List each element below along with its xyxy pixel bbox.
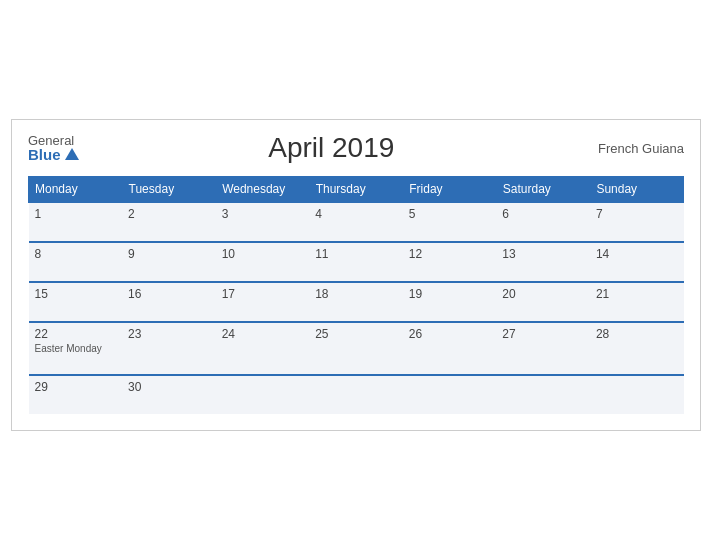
event-label: Easter Monday bbox=[35, 343, 117, 354]
calendar-cell: 8 bbox=[29, 242, 123, 282]
calendar-container: General Blue April 2019 French Guiana Mo… bbox=[11, 119, 701, 431]
day-number: 3 bbox=[222, 207, 304, 221]
calendar-cell bbox=[496, 375, 590, 414]
day-number: 24 bbox=[222, 327, 304, 341]
calendar-cell: 30 bbox=[122, 375, 216, 414]
calendar-cell: 23 bbox=[122, 322, 216, 375]
logo-triangle-icon bbox=[65, 148, 79, 160]
day-number: 2 bbox=[128, 207, 210, 221]
calendar-cell: 11 bbox=[309, 242, 403, 282]
day-number: 27 bbox=[502, 327, 584, 341]
calendar-cell: 9 bbox=[122, 242, 216, 282]
calendar-cell: 14 bbox=[590, 242, 684, 282]
weekday-header: Monday bbox=[29, 177, 123, 203]
calendar-cell: 7 bbox=[590, 202, 684, 242]
day-number: 6 bbox=[502, 207, 584, 221]
weekday-header: Wednesday bbox=[216, 177, 310, 203]
day-number: 16 bbox=[128, 287, 210, 301]
day-number: 18 bbox=[315, 287, 397, 301]
calendar-week-row: 891011121314 bbox=[29, 242, 684, 282]
region-label: French Guiana bbox=[584, 141, 684, 156]
calendar-cell: 3 bbox=[216, 202, 310, 242]
calendar-cell: 24 bbox=[216, 322, 310, 375]
calendar-week-row: 22Easter Monday232425262728 bbox=[29, 322, 684, 375]
day-number: 10 bbox=[222, 247, 304, 261]
calendar-cell: 10 bbox=[216, 242, 310, 282]
day-number: 23 bbox=[128, 327, 210, 341]
weekday-row: MondayTuesdayWednesdayThursdayFridaySatu… bbox=[29, 177, 684, 203]
calendar-cell: 2 bbox=[122, 202, 216, 242]
calendar-week-row: 15161718192021 bbox=[29, 282, 684, 322]
day-number: 4 bbox=[315, 207, 397, 221]
day-number: 30 bbox=[128, 380, 210, 394]
day-number: 28 bbox=[596, 327, 678, 341]
calendar-cell: 4 bbox=[309, 202, 403, 242]
calendar-cell: 19 bbox=[403, 282, 497, 322]
calendar-cell: 12 bbox=[403, 242, 497, 282]
calendar-cell: 29 bbox=[29, 375, 123, 414]
day-number: 1 bbox=[35, 207, 117, 221]
day-number: 20 bbox=[502, 287, 584, 301]
calendar-cell: 1 bbox=[29, 202, 123, 242]
day-number: 17 bbox=[222, 287, 304, 301]
calendar-cell bbox=[216, 375, 310, 414]
calendar-title: April 2019 bbox=[79, 132, 584, 164]
calendar-body: 12345678910111213141516171819202122Easte… bbox=[29, 202, 684, 414]
day-number: 8 bbox=[35, 247, 117, 261]
calendar-cell bbox=[403, 375, 497, 414]
weekday-header: Thursday bbox=[309, 177, 403, 203]
calendar-cell: 13 bbox=[496, 242, 590, 282]
calendar-cell: 15 bbox=[29, 282, 123, 322]
weekday-header: Tuesday bbox=[122, 177, 216, 203]
day-number: 29 bbox=[35, 380, 117, 394]
calendar-cell: 22Easter Monday bbox=[29, 322, 123, 375]
calendar-cell: 16 bbox=[122, 282, 216, 322]
header: General Blue April 2019 French Guiana bbox=[28, 132, 684, 164]
calendar-cell: 21 bbox=[590, 282, 684, 322]
calendar-cell bbox=[309, 375, 403, 414]
weekday-header: Sunday bbox=[590, 177, 684, 203]
calendar-header: MondayTuesdayWednesdayThursdayFridaySatu… bbox=[29, 177, 684, 203]
calendar-cell: 28 bbox=[590, 322, 684, 375]
calendar-week-row: 2930 bbox=[29, 375, 684, 414]
calendar-cell: 25 bbox=[309, 322, 403, 375]
calendar-week-row: 1234567 bbox=[29, 202, 684, 242]
calendar-cell: 5 bbox=[403, 202, 497, 242]
calendar-cell: 26 bbox=[403, 322, 497, 375]
day-number: 21 bbox=[596, 287, 678, 301]
calendar-cell: 6 bbox=[496, 202, 590, 242]
weekday-header: Friday bbox=[403, 177, 497, 203]
day-number: 22 bbox=[35, 327, 117, 341]
calendar-table: MondayTuesdayWednesdayThursdayFridaySatu… bbox=[28, 176, 684, 414]
calendar-cell bbox=[590, 375, 684, 414]
logo: General Blue bbox=[28, 134, 79, 162]
day-number: 13 bbox=[502, 247, 584, 261]
day-number: 11 bbox=[315, 247, 397, 261]
calendar-cell: 27 bbox=[496, 322, 590, 375]
day-number: 5 bbox=[409, 207, 491, 221]
day-number: 9 bbox=[128, 247, 210, 261]
logo-blue-text: Blue bbox=[28, 147, 79, 162]
day-number: 14 bbox=[596, 247, 678, 261]
day-number: 25 bbox=[315, 327, 397, 341]
calendar-cell: 20 bbox=[496, 282, 590, 322]
weekday-header: Saturday bbox=[496, 177, 590, 203]
day-number: 19 bbox=[409, 287, 491, 301]
day-number: 12 bbox=[409, 247, 491, 261]
day-number: 15 bbox=[35, 287, 117, 301]
day-number: 26 bbox=[409, 327, 491, 341]
calendar-cell: 18 bbox=[309, 282, 403, 322]
day-number: 7 bbox=[596, 207, 678, 221]
calendar-cell: 17 bbox=[216, 282, 310, 322]
